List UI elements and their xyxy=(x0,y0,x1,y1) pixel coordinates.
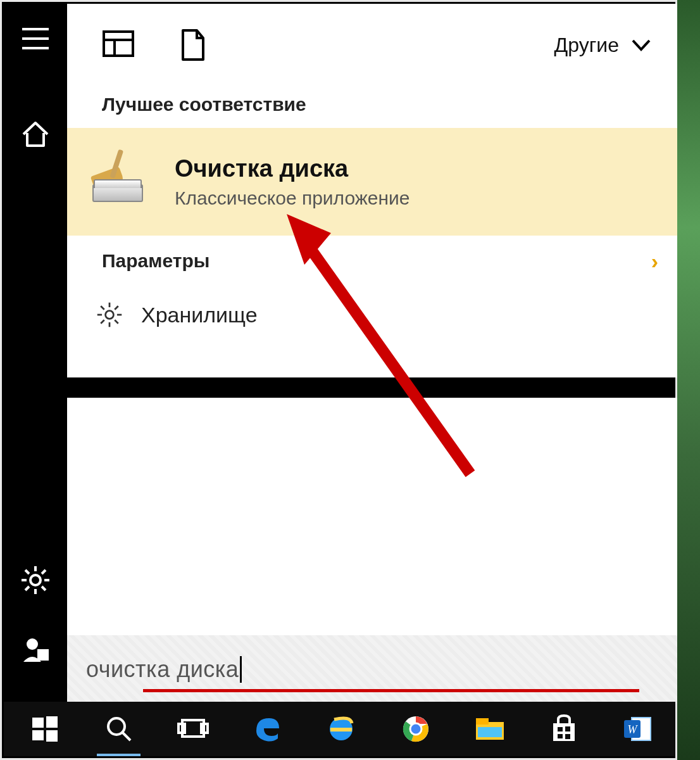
svg-rect-30 xyxy=(46,730,58,742)
svg-line-25 xyxy=(101,320,104,324)
menu-icon xyxy=(21,27,50,51)
taskbar-start-button[interactable] xyxy=(8,702,82,756)
svg-line-22 xyxy=(101,306,104,310)
taskbar-search-button[interactable] xyxy=(82,702,156,756)
svg-point-38 xyxy=(410,723,422,735)
settings-category-label: Параметры xyxy=(102,250,209,272)
svg-rect-27 xyxy=(32,718,44,728)
svg-line-23 xyxy=(115,320,118,324)
svg-line-11 xyxy=(25,586,29,590)
disk-cleanup-icon xyxy=(86,156,149,207)
annotation-underline xyxy=(143,689,639,692)
svg-point-3 xyxy=(30,575,41,585)
edge-icon xyxy=(253,714,282,744)
best-match-heading: Лучшее соответствие xyxy=(67,86,677,128)
task-view-icon xyxy=(177,716,209,742)
home-icon xyxy=(21,119,50,148)
search-icon xyxy=(105,715,133,743)
svg-rect-44 xyxy=(565,726,570,732)
apps-filter-icon xyxy=(102,28,135,59)
file-explorer-icon xyxy=(474,716,506,742)
taskbar-word-button[interactable]: W xyxy=(601,702,675,756)
svg-line-8 xyxy=(25,570,29,574)
settings-sidebar-button[interactable] xyxy=(4,545,67,615)
other-filters-dropdown[interactable]: Другие xyxy=(554,34,652,57)
chevron-right-icon: › xyxy=(651,249,658,274)
word-icon: W xyxy=(623,715,653,743)
settings-category-row[interactable]: Параметры › xyxy=(67,236,677,286)
chevron-down-icon xyxy=(630,34,652,56)
desktop-background xyxy=(677,0,700,760)
account-icon xyxy=(21,635,50,664)
best-match-title: Очистка диска xyxy=(175,155,410,182)
svg-rect-41 xyxy=(478,727,502,737)
svg-rect-45 xyxy=(558,734,563,738)
svg-rect-46 xyxy=(565,734,570,739)
text-caret xyxy=(240,656,242,683)
filter-documents-button[interactable] xyxy=(179,28,207,61)
account-sidebar-button[interactable] xyxy=(4,615,67,685)
svg-rect-42 xyxy=(553,723,575,741)
search-input-bar[interactable]: очистка диска xyxy=(67,635,677,704)
other-filters-label: Другие xyxy=(554,34,619,57)
taskbar-edge-button[interactable] xyxy=(230,702,304,756)
hamburger-button[interactable] xyxy=(4,4,67,73)
svg-rect-14 xyxy=(104,32,133,56)
svg-rect-29 xyxy=(32,730,44,740)
taskbar-store-button[interactable] xyxy=(527,702,601,756)
windows-logo-icon xyxy=(31,715,59,743)
start-sidebar xyxy=(4,4,67,704)
gear-icon xyxy=(20,565,51,595)
settings-result-storage[interactable]: Хранилище xyxy=(67,286,677,343)
svg-point-12 xyxy=(27,638,38,650)
taskbar: W xyxy=(4,702,675,756)
svg-line-10 xyxy=(42,570,46,574)
search-input-text: очистка диска xyxy=(86,656,239,683)
svg-text:W: W xyxy=(628,723,639,736)
best-match-subtitle: Классическое приложение xyxy=(175,187,410,209)
svg-rect-13 xyxy=(37,649,49,661)
svg-line-32 xyxy=(123,733,130,740)
gear-icon xyxy=(96,301,123,329)
store-icon xyxy=(549,714,578,744)
taskbar-chrome-button[interactable] xyxy=(378,702,453,756)
svg-point-31 xyxy=(108,718,125,735)
taskbar-taskview-button[interactable] xyxy=(156,702,230,756)
settings-result-storage-label: Хранилище xyxy=(141,303,258,327)
home-button[interactable] xyxy=(4,99,67,168)
best-match-result[interactable]: Очистка диска Классическое приложение xyxy=(67,128,677,236)
svg-point-17 xyxy=(106,311,114,319)
search-results-panel: Другие Лучшее соответствие Очистка диска… xyxy=(67,4,677,377)
svg-line-24 xyxy=(115,306,118,310)
svg-rect-40 xyxy=(476,718,489,725)
svg-rect-43 xyxy=(558,727,563,732)
start-search-window: Другие Лучшее соответствие Очистка диска… xyxy=(0,0,677,760)
results-empty-area xyxy=(67,398,677,635)
taskbar-explorer-button[interactable] xyxy=(453,702,527,756)
chrome-icon xyxy=(401,714,430,744)
filter-row: Другие xyxy=(67,4,677,86)
document-filter-icon xyxy=(179,28,207,61)
taskbar-ie-button[interactable] xyxy=(304,702,378,756)
filter-apps-button[interactable] xyxy=(102,28,135,61)
internet-explorer-icon xyxy=(327,714,356,744)
svg-rect-28 xyxy=(46,716,58,728)
svg-line-9 xyxy=(42,586,46,590)
